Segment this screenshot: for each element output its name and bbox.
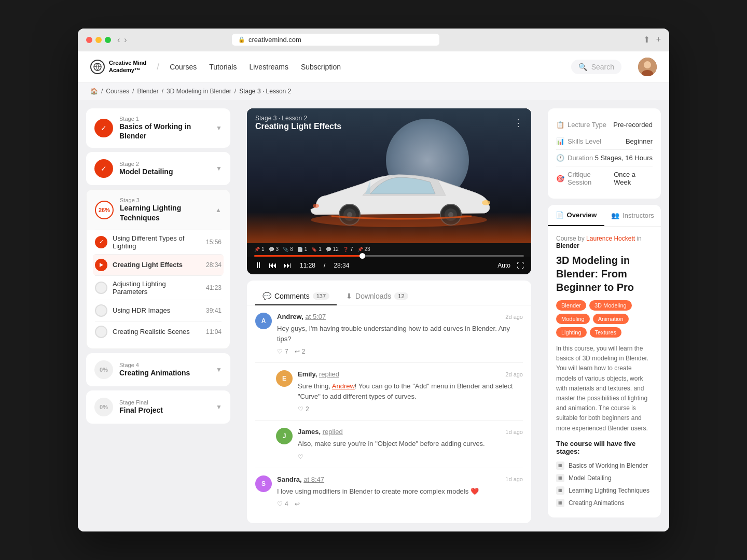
stage-3-header[interactable]: 26% Stage 3 Learning Lighting Techniques… — [87, 190, 230, 229]
course-description: In this course, you will learn the basic… — [556, 344, 653, 433]
author-link[interactable]: Laurence Hockett — [586, 235, 635, 242]
back-arrow[interactable]: ‹ — [117, 35, 120, 45]
stage-card-3: 26% Stage 3 Learning Lighting Techniques… — [86, 189, 230, 348]
progress-bar[interactable] — [247, 255, 531, 257]
stage-1-title: Basics of Working in Blender — [119, 122, 210, 141]
breadcrumb-courses[interactable]: Courses — [106, 88, 129, 95]
comment-actions: ♡ 4 ↩ — [277, 500, 523, 508]
tag-modeling[interactable]: Modeling — [556, 314, 590, 324]
comment-header: Emily, replied 2d ago — [298, 370, 523, 378]
new-tab-icon[interactable]: + — [656, 35, 661, 45]
nav-livestreams[interactable]: Livestreams — [249, 63, 288, 71]
stage-4-icon: 0% — [94, 360, 113, 379]
lesson-1-duration: 15:56 — [206, 239, 222, 246]
comments-list: A Andrew, at 5:07 2d ago Hey guys, I'm h… — [247, 305, 531, 523]
downloads-label: Downloads — [355, 292, 391, 300]
stage-4-header[interactable]: 0% Stage 4 Creating Animations ▼ — [86, 353, 230, 386]
comment-header: James, replied 1d ago — [298, 428, 523, 436]
reply-button[interactable]: ↩ — [295, 500, 300, 508]
stage-3-title: Learning Lighting Techniques — [120, 203, 209, 222]
video-controls: ⏸ ⏮ ⏭ 11:28 / 28:34 Auto ⛶ — [247, 257, 531, 274]
tag-lighting[interactable]: Lighting — [556, 327, 587, 338]
lesson-item[interactable]: ✓ Using Different Types of Lighting 15:5… — [95, 230, 222, 254]
comment-header: Andrew, at 5:07 2d ago — [277, 313, 523, 320]
share-icon[interactable]: ⬆ — [643, 35, 650, 45]
fullscreen-button[interactable]: ⛶ — [517, 261, 524, 270]
logo[interactable]: Creative MindAcademy™ — [90, 60, 146, 74]
marker-5: 🔖1 — [311, 246, 322, 252]
instructors-tab[interactable]: 👥 Instructors — [604, 205, 661, 226]
like-button[interactable]: ♡ — [298, 453, 303, 460]
tag-textures[interactable]: Textures — [590, 327, 622, 338]
nav-tutorials[interactable]: Tutorials — [209, 63, 237, 71]
stage-1-header[interactable]: ✓ Stage 1 Basics of Working in Blender ▼ — [86, 108, 230, 148]
comment-text: Sure thing, Andrew! You can go to the "A… — [298, 381, 523, 401]
previous-button[interactable]: ⏮ — [269, 261, 277, 270]
critique-row: 🎯 Critique Session Once a Week — [556, 166, 653, 190]
play-pause-button[interactable]: ⏸ — [254, 261, 262, 270]
like-button[interactable]: ♡ 4 — [277, 500, 288, 508]
comment-item: J James, replied 1d ago Also, make sure … — [255, 421, 523, 468]
progress-track — [254, 255, 524, 257]
address-bar[interactable]: 🔒 creativemind.com — [232, 34, 439, 46]
svg-marker-3 — [100, 263, 103, 267]
downloads-tab[interactable]: ⬇ Downloads 12 — [339, 288, 416, 305]
lesson-item[interactable]: Creating Light Effects 28:34 — [93, 254, 224, 275]
course-stages-title: The course will have five stages: — [556, 440, 653, 455]
like-button[interactable]: ♡ 7 — [277, 348, 288, 355]
lesson-2-title: Creating Light Effects — [113, 261, 201, 269]
lesson-item[interactable]: Creating Realistic Scenes 11:04 — [95, 321, 222, 342]
overview-tab[interactable]: 📄 Overview — [548, 205, 604, 226]
search-bar[interactable]: 🔍 Search — [571, 60, 621, 74]
total-time: 28:34 — [334, 262, 349, 269]
comment-actions: ♡ — [298, 453, 523, 460]
ground-glow — [247, 212, 531, 243]
maximize-button[interactable] — [105, 37, 111, 43]
next-button[interactable]: ⏭ — [283, 261, 292, 270]
nav-subscription[interactable]: Subscription — [301, 63, 341, 71]
breadcrumb-home[interactable]: 🏠 — [90, 88, 98, 95]
duration-row: 🕐 Duration 5 Stages, 16 Hours — [556, 150, 653, 166]
svg-point-12 — [313, 204, 319, 208]
forward-arrow[interactable]: › — [124, 35, 127, 45]
comment-row: S Sandra, at 8:47 1d ago I love using mo… — [255, 475, 523, 508]
duration-icon: 🕐 — [556, 154, 564, 162]
comment-text: Hey guys, I'm having trouble understandi… — [277, 324, 523, 344]
comments-section: 💬 Comments 137 ⬇ Downloads 12 A — [247, 281, 531, 523]
reply-button[interactable]: ↩ 2 — [295, 348, 306, 355]
lesson-item[interactable]: Using HDR Images 39:41 — [95, 300, 222, 321]
breadcrumb-blender[interactable]: Blender — [137, 88, 158, 95]
user-avatar[interactable] — [638, 58, 657, 76]
comments-tab[interactable]: 💬 Comments 137 — [255, 288, 337, 305]
stage-2-title: Model Detailing — [119, 167, 210, 176]
nav-courses[interactable]: Courses — [170, 63, 197, 71]
stage-bullet-1: ▦ — [556, 461, 564, 470]
stage-4-title: Creating Animations — [119, 368, 210, 377]
panel-content: Course by Laurence Hockett in Blender 3D… — [548, 227, 661, 517]
comment-time: 2d ago — [505, 314, 523, 320]
tag-animation[interactable]: Animation — [593, 314, 629, 324]
tag-blender[interactable]: Blender — [556, 300, 586, 311]
like-button[interactable]: ♡ 2 — [298, 405, 309, 413]
stage-5-info: Stage Final Final Project — [119, 399, 210, 415]
main-layout: ✓ Stage 1 Basics of Working in Blender ▼… — [78, 100, 669, 531]
stage-1-num: Stage 1 — [119, 116, 210, 122]
stage-card-4: 0% Stage 4 Creating Animations ▼ — [86, 353, 230, 386]
course-author: Course by Laurence Hockett in Blender — [556, 235, 653, 249]
comment-item: A Andrew, at 5:07 2d ago Hey guys, I'm h… — [255, 305, 523, 363]
stage-card-2: ✓ Stage 2 Model Detailing ▼ — [86, 152, 230, 185]
more-options-icon[interactable]: ⋮ — [514, 117, 523, 129]
stage-5-header[interactable]: 0% Stage Final Final Project ▼ — [86, 390, 230, 424]
course-stage-item: ▦ Model Detailing — [556, 472, 653, 484]
quality-button[interactable]: Auto — [497, 262, 510, 269]
tag-3d-modeling[interactable]: 3D Modeling — [589, 300, 632, 311]
comment-row: E Emily, replied 2d ago Sure thing, Andr… — [276, 370, 523, 413]
lesson-item[interactable]: Adjusting Lighting Parameters 41:23 — [95, 275, 222, 300]
minimize-button[interactable] — [95, 37, 102, 43]
lecture-type-label: 📋 Lecture Type — [556, 121, 606, 129]
comment-time: 1d ago — [505, 476, 523, 482]
stage-2-header[interactable]: ✓ Stage 2 Model Detailing ▼ — [86, 152, 230, 185]
close-button[interactable] — [86, 37, 92, 43]
breadcrumb-course[interactable]: 3D Modeling in Blender — [167, 88, 231, 95]
comment-avatar: S — [255, 475, 272, 492]
